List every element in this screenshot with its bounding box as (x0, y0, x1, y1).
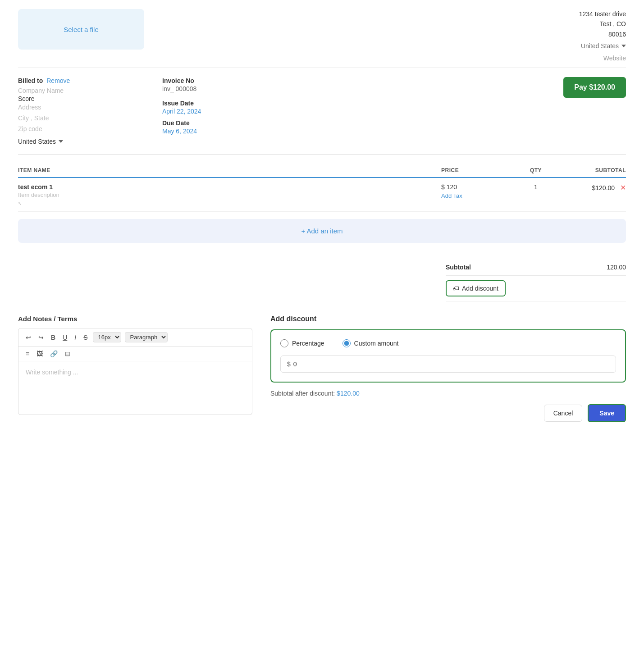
col-item-name: ITEM NAME (18, 164, 441, 178)
paragraph-style-select[interactable]: Paragraph (125, 332, 168, 342)
percentage-radio[interactable] (280, 339, 288, 347)
items-section: ITEM NAME PRICE QTY SUBTOTAL test ecom 1… (0, 164, 644, 212)
strikethrough-button[interactable]: S (82, 333, 89, 342)
subtotal-label: Subtotal (446, 264, 471, 271)
link-button[interactable]: 🔗 (48, 349, 59, 358)
add-item-text: + Add an item (301, 227, 343, 235)
invoice-no-value: inv_ 000008 (162, 85, 261, 92)
subtotal-after-discount: Subtotal after discount: $120.00 (270, 390, 626, 397)
qty-cell[interactable]: 1 (513, 178, 558, 212)
dates-section: Issue Date April 22, 2024 Due Date May 6… (162, 100, 261, 135)
score-text: Score (18, 95, 144, 102)
add-discount-label: Add discount (462, 285, 498, 292)
add-discount-button[interactable]: 🏷 Add discount (446, 280, 506, 296)
remove-link[interactable]: Remove (46, 77, 70, 84)
custom-amount-label: Custom amount (354, 340, 399, 347)
currency-symbol: $ (287, 360, 291, 368)
invoice-right: Pay $120.00 (279, 77, 626, 98)
issue-date-group: Issue Date April 22, 2024 (162, 100, 261, 115)
subtotal-section: Subtotal 120.00 🏷 Add discount (0, 250, 644, 301)
issue-date-value: April 22, 2024 (162, 108, 261, 115)
items-divider (18, 154, 626, 155)
price-cell: $ 120 Add Tax (441, 178, 513, 212)
billed-to-section: Billed to Remove Company Name Score Addr… (18, 77, 144, 145)
subtotal-cell: $120.00 ✕ (558, 178, 626, 212)
percentage-option[interactable]: Percentage (280, 339, 324, 347)
subtotal-box: Subtotal 120.00 🏷 Add discount (446, 259, 626, 301)
bottom-section: Add Notes / Terms ↩ ↪ B U I S 16px Parag… (0, 301, 644, 436)
image-button[interactable]: 🖼 (35, 349, 45, 358)
issue-date-label: Issue Date (162, 100, 261, 107)
editor-toolbar: ↩ ↪ B U I S 16px Paragraph (18, 328, 252, 346)
italic-button[interactable]: I (73, 333, 78, 342)
save-button[interactable]: Save (588, 404, 626, 422)
website-label: Website (603, 55, 626, 62)
file-upload-area[interactable]: Select a file (18, 9, 144, 50)
subtotal-after-value: $120.00 (337, 390, 360, 397)
company-name-placeholder: Company Name (18, 87, 144, 94)
discount-options-box: Percentage Custom amount $ (270, 329, 626, 383)
address-placeholder: Address (18, 102, 144, 113)
redo-button[interactable]: ↪ (37, 333, 46, 342)
due-date-group: Due Date May 6, 2024 (162, 119, 261, 135)
col-price: PRICE (441, 164, 513, 178)
discount-amount-input[interactable] (293, 360, 609, 368)
remove-item-button[interactable]: ✕ (620, 183, 626, 192)
invoice-no-label: Invoice No (162, 77, 261, 84)
cancel-button[interactable]: Cancel (544, 405, 583, 422)
pay-button[interactable]: Pay $120.00 (563, 77, 626, 98)
table-row: test ecom 1 Item description ⤡ $ 120 Add… (18, 178, 626, 212)
amount-input-row: $ (280, 356, 616, 373)
undo-button[interactable]: ↩ (24, 333, 33, 342)
invoice-meta: Billed to Remove Company Name Score Addr… (0, 68, 644, 154)
percentage-label: Percentage (292, 340, 324, 347)
item-name-cell: test ecom 1 Item description ⤡ (18, 178, 441, 212)
item-price[interactable]: $ 120 (441, 183, 457, 191)
underline-button[interactable]: U (61, 333, 69, 342)
item-name[interactable]: test ecom 1 (18, 183, 441, 191)
address-line3: 80016 (579, 29, 626, 39)
custom-amount-option[interactable]: Custom amount (343, 339, 399, 347)
discount-popup-title: Add discount (270, 315, 626, 323)
subtotal-amount: $120.00 (592, 184, 615, 191)
address-line1: 1234 tester drive (579, 9, 626, 19)
discount-row: 🏷 Add discount (446, 276, 626, 301)
item-description[interactable]: Item description (18, 191, 441, 198)
col-qty: QTY (513, 164, 558, 178)
address-country-row[interactable]: United States (579, 41, 626, 51)
bold-button[interactable]: B (49, 333, 57, 342)
col-subtotal: SUBTOTAL (558, 164, 626, 178)
website-row: Website (579, 53, 626, 63)
radio-row: Percentage Custom amount (280, 339, 616, 347)
billed-to-label: Billed to (18, 77, 43, 84)
list-button[interactable]: ≡ (24, 349, 31, 358)
due-date-value: May 6, 2024 (162, 128, 261, 135)
embed-button[interactable]: ⊟ (63, 349, 72, 358)
due-date-label: Due Date (162, 119, 261, 127)
items-table: ITEM NAME PRICE QTY SUBTOTAL test ecom 1… (18, 164, 626, 212)
font-size-select[interactable]: 16px (93, 332, 121, 342)
notes-section: Add Notes / Terms ↩ ↪ B U I S 16px Parag… (18, 315, 252, 415)
invoice-no-section: Invoice No inv_ 000008 (162, 77, 261, 92)
zip-placeholder: Zip code (18, 124, 144, 135)
billed-to-country[interactable]: United States (18, 138, 144, 145)
city-state-placeholder: City , State (18, 113, 144, 124)
discount-popup: Add discount Percentage Custom amount $ (270, 315, 626, 422)
invoice-details: Invoice No inv_ 000008 Issue Date April … (162, 77, 261, 135)
billed-to-chevron-icon (59, 140, 63, 143)
file-upload-label: Select a file (64, 26, 99, 33)
address-line2: Test , CO (579, 19, 626, 29)
editor-body[interactable]: Write something ... (18, 361, 252, 415)
add-item-row[interactable]: + Add an item (18, 219, 626, 243)
notes-title: Add Notes / Terms (18, 315, 252, 323)
editor-toolbar-second: ≡ 🖼 🔗 ⊟ (18, 346, 252, 361)
resize-handle-icon: ⤡ (18, 201, 441, 206)
editor-placeholder: Write something ... (26, 369, 78, 376)
discount-actions: Cancel Save (270, 404, 626, 422)
custom-amount-radio[interactable] (343, 339, 351, 347)
add-tax-link[interactable]: Add Tax (441, 192, 513, 199)
billed-to-country-text: United States (18, 138, 56, 145)
country-chevron-icon (621, 45, 626, 47)
billed-to-header: Billed to Remove (18, 77, 144, 84)
top-section: Select a file 1234 tester drive Test , C… (0, 0, 644, 68)
